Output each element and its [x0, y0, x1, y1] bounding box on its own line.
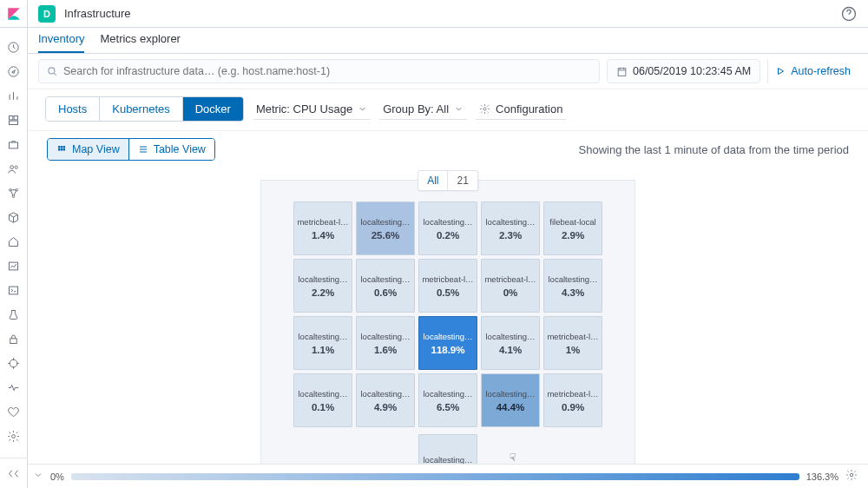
- svg-point-19: [483, 107, 486, 109]
- waffle-tile[interactable]: localtesting…4.1%: [481, 316, 540, 370]
- calendar-icon: [616, 66, 628, 77]
- waffle-tile[interactable]: filebeat-local2.9%: [543, 201, 602, 255]
- tile-name: localtesting…: [421, 389, 475, 399]
- view-row: Map View Table View Showing the last 1 m…: [28, 131, 868, 164]
- home-icon[interactable]: [0, 229, 28, 254]
- svg-rect-3: [14, 115, 17, 119]
- graph-icon[interactable]: [0, 181, 28, 205]
- tile-value: 44.4%: [496, 402, 525, 412]
- query-bar: 06/05/2019 10:23:45 AM Auto-refresh: [28, 54, 868, 89]
- tab-inventory[interactable]: Inventory: [38, 27, 84, 53]
- svg-rect-20: [58, 146, 61, 148]
- tile-name: metricbeat-l…: [546, 332, 600, 341]
- svg-rect-2: [10, 115, 13, 119]
- beaker-icon[interactable]: [0, 302, 28, 326]
- legend-collapse-icon[interactable]: [33, 470, 43, 483]
- tile-value: 6.5%: [437, 402, 459, 412]
- legend-gear-icon[interactable]: [845, 469, 858, 484]
- waffle-tile[interactable]: localtesting…4.3%: [543, 259, 602, 313]
- datetime-picker[interactable]: 06/05/2019 10:23:45 AM: [607, 59, 760, 83]
- tile-value: 0.9%: [562, 402, 584, 412]
- tile-name: localtesting…: [358, 389, 412, 399]
- help-icon[interactable]: [840, 5, 858, 23]
- groupby-dropdown[interactable]: Group By: All: [379, 99, 467, 120]
- metric-dropdown[interactable]: Metric: CPU Usage: [253, 99, 371, 120]
- waffle-tile[interactable]: localtesting…6.5%: [418, 373, 477, 427]
- cube-icon[interactable]: [0, 205, 28, 229]
- top-header: D Infrastructure: [28, 0, 868, 28]
- waffle-tile[interactable]: metricbeat-l…1%: [543, 316, 602, 370]
- bar-chart-icon[interactable]: [0, 83, 28, 108]
- clock-icon[interactable]: [0, 35, 28, 59]
- waffle-tile[interactable]: localtesting…0.6%: [356, 259, 415, 313]
- collapse-icon[interactable]: [0, 464, 28, 483]
- space-badge[interactable]: D: [38, 5, 56, 23]
- terminal-icon[interactable]: [0, 278, 28, 302]
- grid-icon: [56, 144, 67, 155]
- crosshair-icon[interactable]: [0, 351, 28, 375]
- waffle-tile[interactable]: localtesting…4.9%: [356, 373, 415, 427]
- gear-icon[interactable]: [0, 424, 28, 448]
- datetime-value: 06/05/2019 10:23:45 AM: [633, 65, 751, 77]
- waffle-tile[interactable]: localtesting…25.6%: [356, 201, 415, 255]
- svg-rect-24: [61, 148, 63, 151]
- waffle-tile[interactable]: metricbeat-l…0.9%: [543, 373, 602, 427]
- search-input[interactable]: [63, 65, 592, 77]
- gear-icon: [479, 103, 490, 115]
- breadcrumb: Infrastructure: [64, 7, 131, 20]
- table-view-button[interactable]: Table View: [129, 139, 214, 160]
- svg-rect-25: [63, 148, 65, 151]
- tile-value: 4.3%: [562, 287, 584, 298]
- svg-rect-18: [618, 68, 626, 76]
- waffle-tile[interactable]: localtesting…1.6%: [356, 316, 415, 370]
- briefcase-icon[interactable]: [0, 132, 28, 156]
- waffle-tile[interactable]: metricbeat-l…0%: [481, 259, 540, 313]
- groupby-label: Group By: All: [383, 102, 449, 115]
- pill-hosts[interactable]: Hosts: [46, 97, 100, 121]
- pill-docker[interactable]: Docker: [183, 97, 243, 121]
- kibana-logo[interactable]: [0, 0, 28, 28]
- configuration-link[interactable]: Configuration: [476, 99, 566, 120]
- waffle-tile[interactable]: localtesting…2.2%: [293, 259, 352, 313]
- pill-kubernetes[interactable]: Kubernetes: [100, 97, 183, 121]
- tile-value: 25.6%: [372, 230, 400, 241]
- waffle-tile[interactable]: localtesting…0.2%: [418, 201, 477, 255]
- svg-rect-13: [10, 338, 17, 343]
- auto-refresh-label: Auto-refresh: [791, 65, 851, 77]
- svg-rect-23: [58, 148, 61, 151]
- tile-name: metricbeat-l…: [421, 274, 475, 284]
- waffle-tile[interactable]: localtesting…2.3%: [481, 201, 540, 255]
- table-view-label: Table View: [154, 143, 206, 155]
- heartbeat-icon[interactable]: [0, 375, 28, 399]
- tile-value: 0.5%: [437, 287, 459, 298]
- lock-icon[interactable]: [0, 326, 28, 351]
- tile-value: 0.1%: [312, 402, 334, 412]
- list-icon: [138, 144, 148, 155]
- metrics-icon[interactable]: [0, 254, 28, 278]
- waffle-tile[interactable]: localtesting…118.9%: [418, 316, 477, 370]
- tile-value: 1.1%: [312, 345, 334, 355]
- tabs: Inventory Metrics explorer: [28, 28, 868, 54]
- search-input-wrap[interactable]: [38, 59, 600, 83]
- tab-metrics-explorer[interactable]: Metrics explorer: [100, 27, 180, 53]
- waffle-tile[interactable]: metricbeat-l…0.5%: [418, 259, 477, 313]
- waffle-tile[interactable]: localtesting…1.1%: [293, 316, 352, 370]
- waffle-group-header[interactable]: All 21: [418, 170, 478, 191]
- cursor-icon: ☟: [510, 452, 516, 464]
- tile-name: localtesting…: [421, 455, 475, 465]
- waffle-tile[interactable]: metricbeat-l…1.4%: [293, 201, 352, 255]
- waffle-tile[interactable]: localtesting…44.4%: [481, 373, 540, 427]
- waffle-tile[interactable]: localtesting…0.1%: [293, 373, 352, 427]
- tile-value: 0.6%: [374, 287, 397, 298]
- compass-icon[interactable]: [0, 59, 28, 83]
- group-count: 21: [447, 171, 477, 190]
- tile-name: localtesting…: [483, 217, 537, 227]
- auto-refresh-button[interactable]: Auto-refresh: [767, 59, 858, 83]
- heart-icon[interactable]: [0, 399, 28, 424]
- map-view-button[interactable]: Map View: [48, 139, 128, 160]
- chevron-down-icon: [358, 104, 367, 114]
- tile-value: 0.2%: [437, 230, 459, 241]
- svg-point-26: [850, 473, 853, 477]
- users-icon[interactable]: [0, 156, 28, 181]
- dashboard-icon[interactable]: [0, 108, 28, 132]
